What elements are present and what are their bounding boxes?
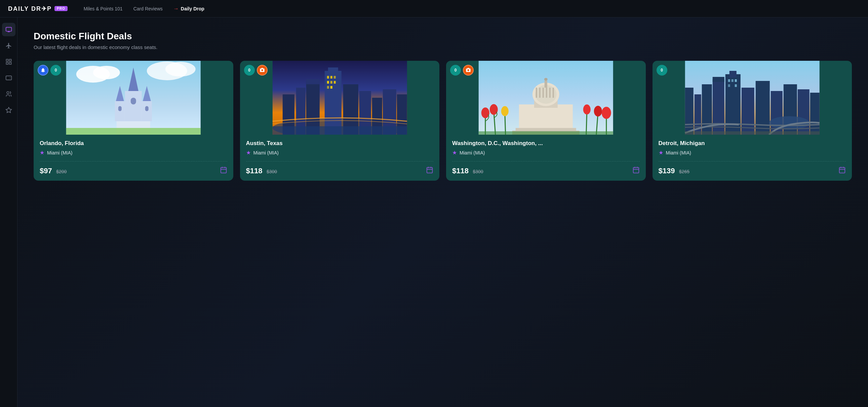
sidebar-item-flights[interactable] (2, 39, 16, 53)
svg-point-80 (583, 104, 591, 114)
badge-zero-austin[interactable]: 0 (244, 65, 255, 75)
svg-rect-5 (6, 76, 11, 80)
svg-rect-90 (712, 79, 724, 135)
svg-rect-0 (6, 27, 11, 31)
main-layout: Domestic Flight Deals Our latest flight … (0, 18, 868, 407)
svg-rect-106 (685, 131, 819, 135)
card-origin-austin: ★ Miami (MIA) (246, 149, 434, 156)
logo[interactable]: DAILY DR✈P PRO (8, 5, 68, 12)
card-price-detroit: $139 $265 (658, 167, 690, 175)
deal-card-austin[interactable]: 0 Austin, Texas ★ Miami (MIA) (240, 61, 440, 181)
svg-rect-14 (125, 91, 142, 121)
card-body-orlando: Orlando, Florida ★ Miami (MIA) $97 $200 (34, 135, 233, 181)
badge-zero-dc[interactable]: 0 (450, 65, 461, 75)
svg-rect-64 (553, 88, 554, 98)
card-price-row-dc: $118 $300 (452, 166, 640, 175)
sidebar-item-star[interactable] (2, 103, 16, 117)
calendar-icon-dc[interactable] (632, 166, 640, 175)
nav-daily-drop-label: Daily Drop (181, 6, 205, 11)
sidebar-item-tv[interactable] (2, 23, 16, 36)
logo-text: DAILY DR✈P (8, 5, 52, 12)
svg-point-12 (165, 62, 196, 76)
svg-rect-92 (725, 74, 740, 135)
svg-rect-61 (542, 88, 544, 98)
calendar-icon-detroit[interactable] (838, 166, 846, 175)
nav-arrow-icon: → (174, 6, 179, 12)
svg-point-73 (482, 107, 490, 118)
card-image-dc: 0 (446, 61, 646, 135)
svg-point-76 (602, 107, 611, 119)
svg-rect-2 (9, 60, 11, 62)
badge-camera-dc[interactable] (463, 65, 474, 75)
svg-rect-33 (306, 79, 319, 84)
svg-rect-96 (735, 79, 737, 82)
deal-card-dc[interactable]: 0 Washington, D.C., Washington, ... ★ Mi… (446, 61, 646, 181)
svg-rect-24 (220, 168, 226, 173)
svg-rect-95 (731, 79, 733, 82)
svg-point-78 (501, 106, 508, 116)
svg-rect-22 (145, 106, 149, 111)
svg-rect-20 (131, 98, 136, 104)
svg-rect-42 (327, 86, 329, 89)
svg-rect-40 (330, 81, 332, 83)
svg-rect-39 (327, 81, 329, 83)
card-city-austin: Austin, Texas (246, 140, 434, 147)
badge-camera-austin[interactable] (257, 65, 268, 75)
sidebar-item-wallet[interactable] (2, 71, 16, 84)
svg-rect-93 (729, 71, 736, 77)
card-badges-detroit: 0 (656, 65, 667, 75)
svg-rect-82 (633, 168, 639, 173)
card-city-dc: Washington, D.C., Washington, ... (452, 140, 640, 147)
page-title: Domestic Flight Deals (34, 31, 852, 42)
svg-point-66 (544, 78, 548, 80)
badge-zero-orlando[interactable]: 0 (51, 65, 61, 75)
svg-rect-63 (549, 88, 551, 98)
svg-rect-4 (9, 63, 11, 65)
deals-grid: 0 Orlando, Florida ★ Miami (MIA) $97 $2 (34, 61, 852, 181)
badge-bell-orlando[interactable] (38, 65, 49, 75)
svg-rect-50 (427, 168, 433, 173)
svg-rect-91 (712, 77, 724, 82)
star-icon-dc: ★ (452, 149, 457, 156)
card-price-orlando: $97 $200 (40, 167, 67, 175)
calendar-icon-austin[interactable] (426, 166, 433, 175)
card-origin-dc: ★ Miami (MIA) (452, 149, 640, 156)
star-icon-austin: ★ (246, 149, 251, 156)
svg-marker-7 (6, 107, 11, 113)
svg-rect-1 (6, 60, 8, 62)
svg-point-6 (7, 92, 9, 94)
card-origin-detroit: ★ Miami (MIA) (658, 149, 846, 156)
calendar-icon-orlando[interactable] (220, 166, 227, 175)
card-price-austin: $118 $300 (246, 167, 277, 175)
svg-rect-59 (536, 88, 537, 98)
svg-rect-107 (839, 168, 845, 173)
svg-rect-43 (330, 86, 332, 89)
card-image-austin: 0 (240, 61, 440, 135)
badge-zero-detroit[interactable]: 0 (656, 65, 667, 75)
svg-rect-34 (324, 71, 341, 135)
deal-card-detroit[interactable]: 0 Detroit, Michigan ★ Miami (MIA) $139 (652, 61, 852, 181)
sidebar-item-users[interactable] (2, 87, 16, 101)
card-badges-orlando: 0 (38, 65, 61, 75)
card-body-austin: Austin, Texas ★ Miami (MIA) $118 $300 (240, 135, 440, 181)
card-badges-dc: 0 (450, 65, 474, 75)
card-price-row-orlando: $97 $200 (40, 166, 227, 175)
nav-card-reviews[interactable]: Card Reviews (133, 6, 163, 11)
card-image-orlando: 0 (34, 61, 233, 135)
svg-rect-100 (755, 81, 770, 135)
nav-miles-points[interactable]: Miles & Points 101 (84, 6, 123, 11)
svg-rect-94 (728, 79, 730, 82)
svg-rect-60 (539, 88, 540, 98)
svg-rect-23 (66, 128, 201, 135)
page-subtitle: Our latest flight deals in domestic econ… (34, 44, 852, 50)
svg-rect-49 (272, 126, 407, 135)
nav-daily-drop[interactable]: → Daily Drop (174, 6, 205, 12)
sidebar-item-grid[interactable] (2, 55, 16, 68)
svg-rect-35 (328, 68, 338, 74)
svg-rect-3 (6, 63, 8, 65)
card-price-row-austin: $118 $300 (246, 166, 434, 175)
deal-card-orlando[interactable]: 0 Orlando, Florida ★ Miami (MIA) $97 $2 (34, 61, 233, 181)
nav-links: Miles & Points 101 Card Reviews → Daily … (84, 6, 205, 12)
top-navigation: DAILY DR✈P PRO Miles & Points 101 Card R… (0, 0, 868, 18)
card-city-detroit: Detroit, Michigan (658, 140, 846, 147)
